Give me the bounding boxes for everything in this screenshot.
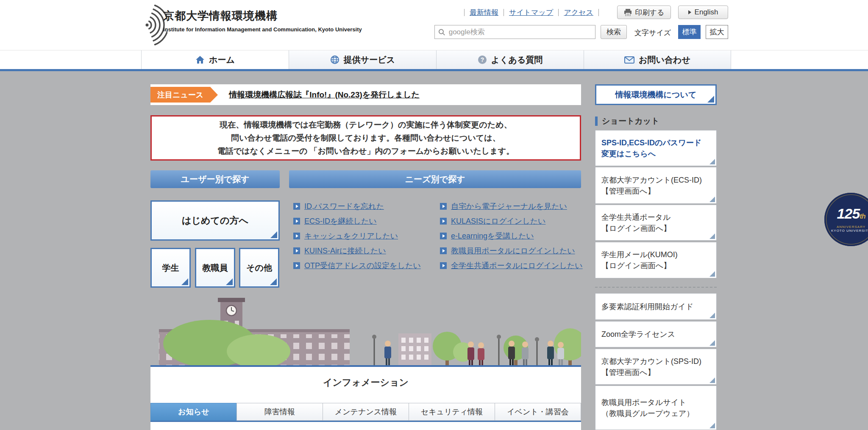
main-nav: ホーム 提供サービス ? よくある質問 — [0, 50, 868, 69]
quick-link-label[interactable]: 教職員用ポータルにログインしたい — [451, 246, 575, 256]
nav-accent-line — [0, 69, 868, 71]
quick-link[interactable]: 自宅から電子ジャーナルを見たい — [440, 201, 583, 211]
notice-line: 問い合わせ電話の受付を制限しております。各種問い合わせについては、 — [152, 131, 580, 144]
featured-news-bar: 注目ニュース 情報環境機構広報誌『Info!』(No.23)を発行しました — [150, 84, 581, 105]
google-search-input[interactable] — [448, 28, 592, 37]
shortcut-mfa-guide[interactable]: 多要素認証利用開始ガイド — [595, 293, 717, 320]
quick-link-label[interactable]: KUINS-Airに接続したい — [304, 246, 386, 256]
printer-icon — [624, 9, 632, 16]
arrow-bullet-icon — [293, 262, 300, 269]
shortcut-kumoi-mail[interactable]: 学生用メール(KUMOI) 【ログイン画面へ】 — [595, 242, 717, 278]
chevron-right-icon — [688, 10, 691, 14]
quick-link-label[interactable]: 自宅から電子ジャーナルを見たい — [451, 201, 567, 211]
user-type-staff-button[interactable]: 教職員 — [195, 248, 235, 288]
globe-icon — [330, 55, 339, 64]
shortcut-password-change[interactable]: SPS-ID,ECS-IDのパスワード 変更はこちらへ — [595, 130, 717, 166]
divider — [464, 9, 465, 16]
anniversary-text-1: ANNIVERSARY — [837, 225, 865, 229]
arrow-bullet-icon — [293, 218, 300, 225]
site-subtitle: Institute for Information Management and… — [163, 26, 362, 33]
needs-links-column-1: ID,パスワードを忘れた ECS-IDを継続したい キャッシュをクリアしたい K… — [293, 201, 421, 270]
tab-events-seminars[interactable]: イベント・講習会 — [495, 403, 581, 421]
svg-text:?: ? — [480, 56, 484, 63]
quick-link-label[interactable]: キャッシュをクリアしたい — [304, 231, 398, 241]
arrow-bullet-icon — [440, 262, 447, 269]
nav-tab-label: ホーム — [209, 54, 235, 66]
print-button-label: 印刷する — [635, 8, 665, 17]
tab-notices[interactable]: お知らせ — [150, 403, 236, 421]
font-size-standard-button[interactable]: 標準 — [678, 25, 701, 39]
campus-illustration — [150, 296, 581, 365]
quick-link-label[interactable]: OTP受信アドレスの設定をしたい — [304, 261, 421, 271]
nav-tab-faq[interactable]: ? よくある質問 — [436, 50, 584, 69]
quick-link[interactable]: 教職員用ポータルにログインしたい — [440, 246, 583, 255]
latest-news-link[interactable]: 最新情報 — [470, 8, 498, 17]
about-institute-button[interactable]: 情報環境機構について — [595, 84, 717, 105]
information-title: インフォメーション — [150, 376, 581, 389]
arrow-bullet-icon — [440, 218, 447, 225]
nav-tabs: ホーム 提供サービス ? よくある質問 — [141, 50, 731, 69]
english-button-label: English — [695, 8, 718, 17]
shortcut-ecs-id-admin[interactable]: 京都大学アカウント(ECS-ID) 【管理画面へ】 — [595, 167, 717, 204]
font-size-large-button[interactable]: 拡大 — [706, 25, 728, 39]
header-utility-links: 最新情報 サイトマップ アクセス — [464, 8, 599, 17]
arrow-bullet-icon — [293, 247, 300, 254]
arrow-bullet-icon — [440, 233, 447, 239]
beginner-button[interactable]: はじめての方へ — [150, 200, 280, 241]
featured-news-link[interactable]: 情報環境機構広報誌『Info!』(No.23)を発行しました — [229, 89, 420, 100]
nav-tab-contact[interactable]: お問い合わせ — [584, 50, 731, 69]
print-button[interactable]: 印刷する — [617, 6, 671, 19]
notice-line: 電話ではなくメニューの 「お問い合わせ」内のフォームからお願いいたします。 — [152, 144, 580, 158]
sitemap-link[interactable]: サイトマップ — [509, 8, 553, 17]
search-icon — [438, 28, 445, 36]
arrow-bullet-icon — [293, 233, 300, 239]
quick-link[interactable]: KULASISにログインしたい — [440, 216, 583, 226]
quick-link[interactable]: ID,パスワードを忘れた — [293, 201, 421, 211]
quick-link[interactable]: KUINS-Airに接続したい — [293, 246, 421, 255]
information-section: インフォメーション お知らせ 障害情報 メンテナンス情報 セキュリティ情報 イベ… — [150, 367, 581, 430]
site-title: 京都大学情報環境機構 — [163, 8, 278, 23]
quick-link-label[interactable]: ECS-IDを継続したい — [304, 216, 377, 226]
nav-tab-home[interactable]: ホーム — [141, 50, 289, 69]
divider — [558, 9, 559, 16]
search-button[interactable]: 検索 — [601, 25, 627, 39]
user-type-other-button[interactable]: その他 — [239, 248, 279, 288]
shortcut-zoom-license[interactable]: Zoom全学ライセンス — [595, 321, 717, 347]
needs-finder-header: ニーズ別で探す — [289, 170, 581, 188]
tab-outage-info[interactable]: 障害情報 — [236, 403, 323, 421]
quick-link-label[interactable]: ID,パスワードを忘れた — [304, 201, 384, 211]
site-header: 京都大学情報環境機構 Institute for Information Man… — [0, 0, 868, 50]
information-tabs: お知らせ 障害情報 メンテナンス情報 セキュリティ情報 イベント・講習会 — [150, 403, 581, 422]
tab-maintenance-info[interactable]: メンテナンス情報 — [323, 403, 409, 421]
mail-icon — [624, 56, 634, 64]
home-icon — [195, 55, 205, 64]
quick-link[interactable]: ECS-IDを継続したい — [293, 216, 421, 226]
notice-line: 現在、情報環境機構では在宅勤務（テレワーク）の実施に伴う体制変更のため、 — [152, 118, 580, 131]
quick-link-label[interactable]: 全学生共通ポータルにログインしたい — [451, 261, 583, 271]
access-link[interactable]: アクセス — [564, 8, 593, 17]
needs-links-column-2: 自宅から電子ジャーナルを見たい KULASISにログインしたい e-Learni… — [440, 201, 583, 270]
divider — [598, 9, 599, 16]
tab-security-info[interactable]: セキュリティ情報 — [409, 403, 495, 421]
quick-link[interactable]: e-Learningを受講したい — [440, 231, 583, 241]
nav-tab-label: よくある質問 — [491, 54, 543, 66]
anniversary-125-badge[interactable]: 125th ANNIVERSARY KYOTO UNIVERSITY — [824, 193, 868, 246]
quick-link[interactable]: OTP受信アドレスの設定をしたい — [293, 261, 421, 270]
shortcut-student-portal[interactable]: 全学生共通ポータル 【ログイン画面へ】 — [595, 205, 717, 241]
user-type-student-button[interactable]: 学生 — [150, 248, 191, 288]
arrow-bullet-icon — [293, 203, 300, 210]
news-badge: 注目ニュース — [150, 87, 210, 103]
nav-tab-services[interactable]: 提供サービス — [289, 50, 436, 69]
arrow-bullet-icon — [440, 247, 447, 254]
arrow-bullet-icon — [440, 203, 447, 210]
quick-link[interactable]: キャッシュをクリアしたい — [293, 231, 421, 241]
user-finder-header: ユーザー別で探す — [150, 170, 280, 188]
font-size-label: 文字サイズ — [634, 28, 671, 38]
shortcut-sps-id-admin[interactable]: 京都大学アカウント(SPS-ID) 【管理画面へ】 — [595, 349, 717, 385]
quick-link-label[interactable]: KULASISにログインしたい — [451, 216, 545, 226]
shortcut-staff-portal[interactable]: 教職員用ポータルサイト （教職員グループウェア） — [595, 386, 717, 430]
search-box — [434, 25, 595, 39]
quick-link[interactable]: 全学生共通ポータルにログインしたい — [440, 261, 583, 270]
english-button[interactable]: English — [678, 6, 728, 19]
quick-link-label[interactable]: e-Learningを受講したい — [451, 231, 534, 241]
